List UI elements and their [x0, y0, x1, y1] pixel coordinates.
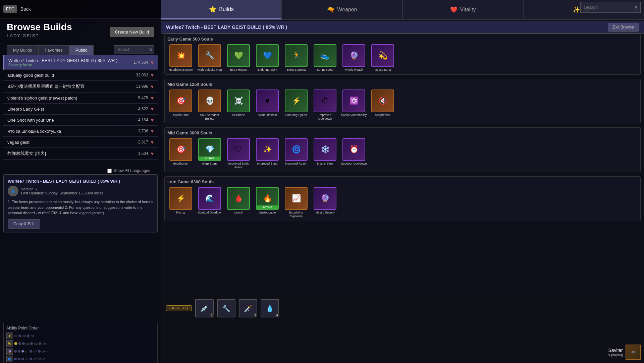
item-card[interactable]: 💚Extra Regen — [225, 44, 252, 72]
main-search-container: ✕ — [580, 2, 641, 13]
build-list-item[interactable]: Linepro Lady Geist 4,522 ♥ — [3, 104, 158, 115]
main-search-input[interactable] — [580, 2, 641, 13]
copy-edit-button[interactable]: Copy & Edit — [8, 219, 40, 229]
item-card[interactable]: 🌀Improved Reach — [283, 138, 310, 169]
item-card[interactable]: ☠️Healbane — [225, 89, 252, 121]
suggested-item[interactable]: 💧4 — [261, 299, 279, 317]
item-card[interactable]: ♥Spirit Lifesteal — [254, 89, 281, 121]
item-card[interactable]: ⚡Frenzy — [167, 187, 194, 218]
build-list-item[interactable]: Что за шлюшка хохотушка 3,736 ♥ — [3, 126, 158, 137]
suggested-num: 4 — [275, 313, 279, 317]
build-item-count: 1,534 — [138, 151, 148, 156]
ability-dot — [22, 342, 25, 345]
dot-label-7: ◇1 — [25, 350, 29, 353]
item-card[interactable]: 🔧High-Velocity Mag — [196, 44, 223, 72]
build-list-item[interactable]: One Shot with your One 4,164 ♥ — [3, 115, 158, 126]
item-card[interactable]: ⏱Improved Cooldown — [312, 89, 338, 121]
item-name: Superior Cooldown — [341, 162, 367, 166]
heart-icon[interactable]: ♥ — [151, 151, 154, 156]
build-info-title: Wulfee7 Twitch - BEST LADY GEIST BUILD (… — [8, 179, 153, 184]
item-card[interactable]: 📈Escalating Exposure — [283, 187, 310, 218]
item-card[interactable]: 🩸Leech — [225, 187, 252, 218]
item-name: Improved Burst — [257, 162, 277, 166]
build-list-item[interactable]: actually good geist build 33,063 ♥ — [3, 70, 158, 81]
tab-builds[interactable]: ⭐ Builds — [161, 0, 282, 19]
item-card[interactable]: 🔥Unstoppable — [254, 187, 281, 218]
item-card[interactable]: 🔮Mystic Reach — [340, 44, 367, 72]
build-item-count: 11,996 — [136, 84, 148, 89]
back-button[interactable]: Back — [20, 6, 31, 12]
item-name: Headhunter — [173, 162, 189, 166]
item-card[interactable]: 🔮Mystic Reverb — [312, 187, 338, 218]
item-icon: ⚡ — [169, 187, 192, 210]
build-list-item[interactable]: vegas geist 2,817 ♥ — [3, 137, 158, 148]
esc-button[interactable]: ESC — [3, 5, 17, 13]
item-icon: 🌊 — [198, 187, 221, 210]
build-item-name: violent's siphon geist (newest patch) — [7, 96, 138, 101]
heart-icon[interactable]: ♥ — [151, 72, 154, 78]
build-list-item[interactable]: 炸弹赖线毒女 [传火] 1,534 ♥ — [3, 148, 158, 160]
search-clear-icon[interactable]: ✕ — [149, 47, 153, 52]
char-name: LADY GEIST — [7, 33, 72, 38]
tab-favorites[interactable]: Favorites — [38, 45, 69, 55]
dot-label-3: ◇5 — [31, 335, 34, 338]
item-card[interactable]: ⚡Enduring Speed — [283, 89, 310, 121]
item-card[interactable]: 🛡Improved Spirit Armor — [225, 138, 252, 169]
item-card[interactable]: 👟Sprint Boots — [312, 44, 338, 72]
item-card[interactable]: ❄️Mystic Slow — [312, 138, 338, 169]
build-list-item[interactable]: B站小魔法师黑星星吸血鬼一键符文配置 11,996 ♥ — [3, 81, 158, 93]
phase-title: Mid Game 3000 Souls — [167, 130, 638, 135]
item-card[interactable]: 🎯Mystic Shot — [167, 89, 194, 121]
item-card[interactable]: 💀Soul Shredder Bullets — [196, 89, 223, 121]
suggested-item[interactable]: 🗡️3 — [239, 299, 257, 317]
heart-icon[interactable]: ♥ — [151, 128, 154, 134]
exit-browse-button[interactable]: Exit Browse — [608, 23, 639, 32]
show-all-languages-label: Show All Languages — [114, 168, 150, 173]
suggested-icon: 💧 — [266, 304, 274, 312]
tab-vitality[interactable]: ❤️ Vitality — [402, 0, 523, 19]
item-card[interactable]: ⏰Superior Cooldown — [340, 138, 367, 169]
tab-weapon[interactable]: 🔫 Weapon — [282, 0, 402, 19]
heart-icon[interactable]: ♥ — [151, 117, 154, 123]
suggested-item[interactable]: 🔧 — [217, 299, 235, 317]
build-item-left: Wulfee7 Twitch - BEST LADY GEIST BUILD (… — [8, 58, 133, 67]
main-search-clear-icon[interactable]: ✕ — [634, 5, 638, 10]
item-card[interactable]: 🎯Headhunter — [167, 138, 194, 169]
item-card[interactable]: ✨Improved Burst — [254, 138, 281, 169]
create-build-button[interactable]: Create New Build — [110, 27, 154, 37]
heart-icon[interactable]: ♥ — [151, 106, 154, 112]
item-card[interactable]: 🏃Extra Stamina — [283, 44, 310, 72]
item-card[interactable]: 🔯Mystic Vulnerability — [340, 89, 367, 121]
build-list-item[interactable]: violent's siphon geist (newest patch) 5,… — [3, 93, 158, 104]
phase-section: Mid Game 1250 Souls🎯Mystic Shot💀Soul Shr… — [164, 79, 641, 124]
heart-icon[interactable]: ♥ — [151, 95, 154, 101]
build-list-item[interactable]: Wulfee7 Twitch - BEST LADY GEIST BUILD (… — [3, 55, 158, 70]
item-card[interactable]: 💫Mystic Burst — [369, 44, 396, 72]
tab-public[interactable]: Public — [69, 45, 94, 55]
item-card[interactable]: 💙Enduring Spirit — [254, 44, 281, 72]
item-name: Frenzy — [176, 211, 185, 215]
build-item-count: 5,479 — [138, 96, 148, 100]
item-card[interactable]: 💎Warp Stone — [196, 138, 223, 169]
build-item-count: 3,736 — [138, 129, 148, 133]
main-tabs: ⭐ Builds 🔫 Weapon ❤️ Vitality ✨ Spirit ✕ — [161, 0, 644, 20]
item-card[interactable]: 🔇Suppressor — [369, 89, 396, 121]
browse-title: Browse Builds — [7, 22, 72, 33]
item-card[interactable]: 🌊Spiritual Overflow — [196, 187, 223, 218]
build-search-input[interactable] — [114, 45, 154, 54]
tab-my-builds[interactable]: My Builds — [7, 45, 38, 55]
ability-dot — [18, 335, 21, 337]
heart-icon[interactable]: ♥ — [151, 139, 154, 145]
phase-section: Mid Game 3000 Souls🎯Headhunter💎Warp Ston… — [164, 127, 641, 172]
dot-label-6: ◇5 — [42, 342, 46, 345]
heart-icon[interactable]: ♥ — [151, 84, 154, 89]
ability-dot — [21, 358, 24, 360]
ability-dot — [27, 335, 30, 337]
item-card[interactable]: 💥Headshot Booster — [167, 44, 194, 72]
item-icon: ⚡ — [285, 89, 308, 112]
build-item-name: Wulfee7 Twitch - BEST LADY GEIST BUILD (… — [8, 58, 133, 63]
build-item-status: Currently Active — [8, 63, 133, 67]
suggested-item[interactable]: 💉1 — [195, 299, 214, 317]
heart-icon[interactable]: ♥ — [151, 60, 154, 65]
show-all-languages-checkbox[interactable] — [107, 169, 112, 173]
